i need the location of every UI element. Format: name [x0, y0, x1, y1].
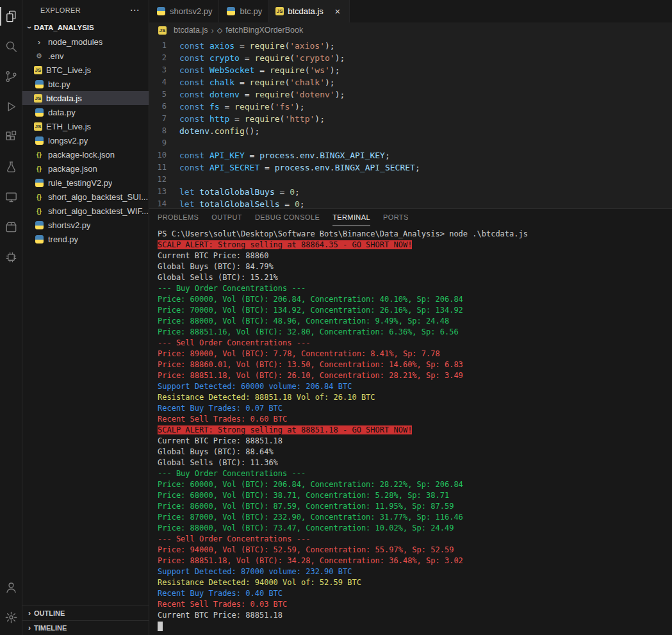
terminal-line-text: Price: 86000, Vol (BTC): 87.59, Concentr… — [158, 502, 454, 511]
terminal-line-text: Global Buys (BTC): 88.64% — [158, 447, 274, 456]
code-text: const WebSocket = require('ws'); — [179, 64, 340, 76]
more-actions-icon[interactable]: ⋯ — [130, 4, 140, 16]
file-name: short_algo_backtest_WIF... — [48, 206, 149, 216]
containers-icon[interactable] — [0, 212, 22, 242]
terminal-line-text: Recent Buy Trades: 0.40 BTC — [158, 589, 283, 598]
explorer-title: EXPLORER — [40, 6, 81, 14]
code-text: const axios = require('axios'); — [179, 40, 335, 52]
file-name: data.py — [48, 108, 76, 117]
workspace-root-folder[interactable]: › DATA_ANALYSIS — [22, 21, 149, 35]
run-and-debug-icon[interactable] — [0, 92, 22, 122]
sidebar-section-timeline[interactable]: › TIMELINE — [22, 620, 149, 635]
terminal-line: Price: 88000, Vol (BTC): 48.96, Concentr… — [158, 316, 672, 327]
panel-tab-output[interactable]: OUTPUT — [211, 209, 242, 226]
terminal-line-text: Price: 94000, Vol (BTC): 52.59, Concentr… — [158, 545, 454, 554]
code-line: 9 — [149, 137, 672, 149]
terminal-line-text: Price: 88000, Vol (BTC): 48.96, Concentr… — [158, 317, 449, 326]
breadcrumb-file[interactable]: JS btcdata.js — [158, 26, 208, 35]
terminal-line: Global Buys (BTC): 84.79% — [158, 261, 672, 272]
file-name: shortsv2.py — [48, 220, 90, 230]
testing-icon[interactable] — [0, 152, 22, 182]
file-row[interactable]: {}package.json — [22, 161, 149, 176]
account-icon[interactable] — [0, 572, 22, 602]
terminal-line-text: Price: 88851.18, Vol (BTC): 26.10, Conce… — [158, 371, 463, 380]
terminal-line-text: Resistance Detected: 88851.18 Vol of: 26… — [158, 393, 375, 402]
code-line: 10const API_KEY = process.env.BINGX_API_… — [149, 149, 672, 161]
addons-icon[interactable] — [0, 242, 22, 272]
json-file-icon: {} — [34, 163, 44, 174]
file-row[interactable]: JSETH_Live.js — [22, 119, 149, 133]
terminal-line: Price: 88851.18, Vol (BTC): 26.10, Conce… — [158, 370, 672, 381]
file-row[interactable]: {}package-lock.json — [22, 147, 149, 161]
breadcrumb-symbol-label: fetchBingXOrderBook — [225, 26, 303, 35]
line-number: 5 — [149, 88, 179, 101]
file-row[interactable]: {}short_algo_backtest_SUI... — [22, 190, 149, 204]
python-file-icon — [34, 79, 44, 89]
timeline-label: TIMELINE — [34, 624, 67, 632]
line-number: 9 — [149, 137, 179, 149]
sidebar-section-outline[interactable]: › OUTLINE — [22, 606, 149, 620]
file-row[interactable]: data.py — [22, 105, 149, 119]
code-line: 7const http = require('http'); — [149, 113, 672, 125]
panel-tab-terminal[interactable]: TERMINAL — [332, 209, 370, 226]
extensions-icon[interactable] — [0, 122, 22, 152]
terminal-line: Support Detected: 60000 volume: 206.84 B… — [158, 381, 672, 392]
code-line: 5const dotenv = require('dotenv'); — [149, 88, 672, 101]
terminal-line-text: Price: 88851.18, Vol (BTC): 34.28, Conce… — [158, 556, 463, 565]
code-line: 12 — [149, 174, 672, 186]
file-row[interactable]: ›node_modules — [22, 35, 149, 49]
activity-bar-top — [0, 1, 22, 272]
chevron-down-icon: › — [25, 23, 34, 32]
line-number: 10 — [149, 149, 179, 161]
terminal-line: Price: 88860.01, Vol (BTC): 13.50, Conce… — [158, 359, 672, 370]
line-number: 8 — [149, 125, 179, 137]
terminal-line-text: Recent Sell Trades: 0.03 BTC — [158, 600, 287, 609]
js-file-icon: JS — [34, 94, 42, 103]
terminal-line: Current BTC Price: 88851.18 — [158, 610, 672, 621]
explorer-header: EXPLORER ⋯ — [22, 0, 149, 21]
line-number: 2 — [149, 52, 179, 64]
search-icon[interactable] — [0, 31, 22, 62]
settings-icon[interactable] — [0, 602, 22, 632]
code-line: 8dotenv.config(); — [149, 125, 672, 137]
close-icon[interactable]: × — [332, 6, 343, 17]
file-row[interactable]: JSbtcdata.js — [22, 91, 149, 105]
code-text: const chalk = require('chalk'); — [179, 76, 335, 88]
file-row[interactable]: btc.py — [22, 77, 149, 91]
terminal-output[interactable]: PS C:\Users\solut\Desktop\Software Bots\… — [149, 226, 672, 635]
symbol-method-icon: ◇ — [217, 26, 222, 35]
file-row[interactable]: {}short_algo_backtest_WIF... — [22, 204, 149, 218]
terminal-line-text: --- Buy Order Concentrations --- — [158, 469, 306, 478]
code-line: 6const fs = require('fs'); — [149, 101, 672, 113]
js-file-icon: JS — [158, 26, 167, 35]
explorer-icon[interactable] — [0, 1, 22, 31]
terminal-line: Price: 86000, Vol (BTC): 87.59, Concentr… — [158, 501, 672, 512]
python-file-icon — [34, 234, 44, 244]
editor[interactable]: 1const axios = require('axios');2const c… — [149, 38, 672, 208]
file-row[interactable]: shortsv2.py — [22, 218, 149, 232]
breadcrumb-symbol[interactable]: ◇ fetchBingXOrderBook — [217, 26, 303, 35]
python-file-icon — [34, 177, 44, 188]
file-row[interactable]: ⚙.env — [22, 49, 149, 63]
terminal-line-text: Global Sells (BTC): 11.36% — [158, 458, 278, 467]
source-control-icon[interactable] — [0, 62, 22, 92]
panel-tab-problems[interactable]: PROBLEMS — [158, 209, 199, 226]
file-row[interactable]: rule_testingV2.py — [22, 176, 149, 190]
tab-btc.py[interactable]: btc.py — [219, 0, 269, 22]
terminal-line: Price: 88851.18, Vol (BTC): 34.28, Conce… — [158, 556, 672, 566]
file-row[interactable]: trend.py — [22, 232, 149, 246]
code-text: let totalGlobalSells = 0; — [179, 198, 305, 208]
terminal-line: Price: 89000, Vol (BTC): 7.78, Concentra… — [158, 349, 672, 359]
code-text: dotenv.config(); — [179, 125, 259, 137]
remote-explorer-icon[interactable] — [0, 182, 22, 212]
file-row[interactable]: JSBTC_Live.js — [22, 63, 149, 77]
terminal-line-text: --- Sell Order Concentrations --- — [158, 338, 310, 347]
tab-shortsv2.py[interactable]: shortsv2.py — [149, 0, 219, 22]
terminal-line: Current BTC Price: 88851.18 — [158, 436, 672, 447]
file-row[interactable]: longsv2.py — [22, 133, 149, 147]
panel-tab-ports[interactable]: PORTS — [383, 209, 409, 226]
line-number: 1 — [149, 40, 179, 52]
panel-tab-debug-console[interactable]: DEBUG CONSOLE — [255, 209, 320, 226]
panel-tabs: PROBLEMSOUTPUTDEBUG CONSOLETERMINALPORTS — [149, 209, 672, 226]
tab-btcdata.js[interactable]: JSbtcdata.js× — [269, 0, 350, 22]
